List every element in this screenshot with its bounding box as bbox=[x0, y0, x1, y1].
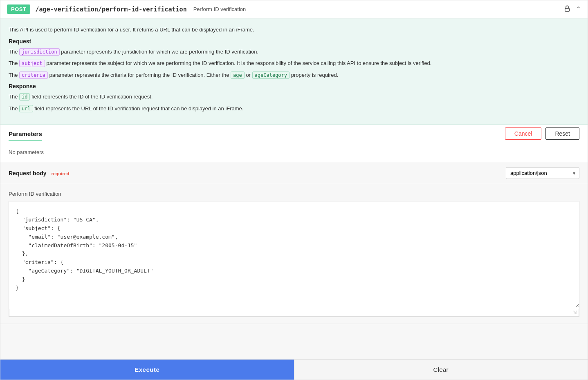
id-code: id bbox=[19, 93, 30, 101]
subject-code: subject bbox=[19, 60, 45, 67]
parameters-header: Parameters Cancel Reset bbox=[0, 125, 588, 141]
age-category-code: ageCategory bbox=[252, 72, 290, 79]
response-section-title: Response bbox=[9, 83, 579, 89]
jurisdiction-code: jurisdiction bbox=[19, 48, 60, 56]
param-jurisdiction: The jurisdiction parameter represents th… bbox=[9, 48, 579, 56]
header-icons: ⌃ bbox=[563, 5, 581, 13]
content-type-select[interactable]: application/json bbox=[506, 167, 579, 179]
resize-icon: ⇲ bbox=[571, 309, 579, 316]
code-editor-textarea[interactable]: { "jurisdiction": "US-CA", "subject": { … bbox=[9, 201, 579, 308]
response-param-id: The id field represents the ID of the ID… bbox=[9, 93, 579, 101]
url-code: url bbox=[19, 105, 33, 112]
parameters-actions: Cancel Reset bbox=[505, 127, 579, 140]
param-prefix-2: The bbox=[9, 60, 19, 66]
request-section-title: Request bbox=[9, 38, 579, 45]
resp-prefix-1: The bbox=[9, 94, 19, 100]
header-bar: POST /age-verification/perform-id-verifi… bbox=[0, 0, 588, 18]
parameters-section: Parameters Cancel Reset No parameters bbox=[0, 125, 588, 162]
request-body-title-wrap: Request body required bbox=[9, 170, 69, 177]
footer-bar: Execute Clear bbox=[0, 359, 588, 380]
required-badge: required bbox=[51, 171, 69, 176]
param-middle: or bbox=[246, 72, 252, 78]
response-param-url: The url field represents the URL of the … bbox=[9, 105, 579, 113]
param-suffix-before: parameter represents the criteria for pe… bbox=[49, 72, 231, 78]
no-params-text: No parameters bbox=[0, 144, 588, 162]
param-suffix-2: parameter represents the subject for whi… bbox=[46, 60, 431, 66]
parameters-title: Parameters bbox=[9, 130, 42, 139]
param-criteria: The criteria parameter represents the cr… bbox=[9, 71, 579, 80]
lock-icon bbox=[563, 5, 571, 13]
clear-button[interactable]: Clear bbox=[294, 360, 588, 380]
intro-text: This API is used to perform ID verificat… bbox=[9, 26, 579, 34]
param-subject: The subject parameter represents the sub… bbox=[9, 59, 579, 68]
execute-button[interactable]: Execute bbox=[0, 360, 294, 380]
svg-rect-0 bbox=[565, 8, 570, 11]
param-prefix-3: The bbox=[9, 72, 19, 78]
endpoint-path: /age-verification/perform-id-verificatio… bbox=[35, 6, 186, 13]
reset-button[interactable]: Reset bbox=[545, 127, 579, 140]
endpoint-summary: Perform ID verification bbox=[193, 6, 246, 12]
code-editor-section: Perform ID verification { "jurisdiction"… bbox=[0, 184, 588, 324]
resize-handle: ⇲ bbox=[9, 309, 579, 317]
request-body-title: Request body bbox=[9, 170, 47, 177]
age-code: age bbox=[231, 72, 245, 79]
cancel-button[interactable]: Cancel bbox=[505, 127, 542, 140]
method-badge: POST bbox=[7, 4, 30, 14]
param-prefix-1: The bbox=[9, 49, 19, 55]
resp-suffix-1: field represents the ID of the ID verifi… bbox=[31, 94, 153, 100]
editor-wrapper: { "jurisdiction": "US-CA", "subject": { … bbox=[9, 201, 579, 317]
resp-suffix-2: field represents the URL of the ID verif… bbox=[34, 105, 243, 112]
description-section: This API is used to perform ID verificat… bbox=[0, 18, 588, 125]
param-suffix-1: parameter represents the jurisdiction fo… bbox=[61, 49, 258, 55]
parameters-title-wrap: Parameters bbox=[9, 130, 42, 141]
param-suffix-after: property is required. bbox=[291, 72, 339, 78]
collapse-icon[interactable]: ⌃ bbox=[576, 5, 581, 13]
parameters-underline bbox=[9, 140, 42, 141]
request-body-section: Request body required application/json P… bbox=[0, 162, 588, 324]
code-editor-label: Perform ID verification bbox=[9, 191, 579, 197]
resp-prefix-2: The bbox=[9, 105, 19, 112]
request-body-header: Request body required application/json bbox=[0, 162, 588, 184]
criteria-code: criteria bbox=[19, 72, 48, 79]
content-type-wrapper: application/json bbox=[506, 167, 579, 179]
spacer bbox=[0, 324, 588, 359]
